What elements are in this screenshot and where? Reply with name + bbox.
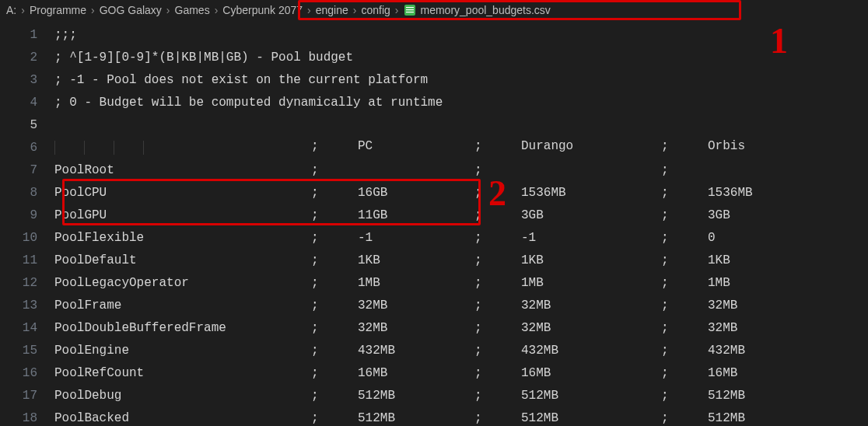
csv-separator: ; [311, 321, 358, 335]
chevron-right-icon: › [166, 4, 170, 16]
csv-data-row[interactable]: PoolDefault;1KB;1KB;1KB [54, 253, 868, 267]
csv-data-row[interactable]: PoolGPU;11GB;3GB;3GB [54, 208, 868, 222]
csv-separator: ; [474, 276, 521, 290]
cell-pc [358, 163, 474, 177]
csv-separator: ; [661, 411, 708, 425]
line-number: 13 [0, 299, 54, 313]
csv-data-row[interactable]: PoolFrame;32MB;32MB;32MB [54, 299, 868, 313]
line-number: 3 [0, 73, 54, 87]
csv-separator: ; [474, 389, 521, 403]
breadcrumb[interactable]: A: › Programme › GOG Galaxy › Games › Cy… [0, 0, 868, 20]
cell-orbis: 32MB [708, 321, 868, 335]
cell-durango: 1MB [521, 276, 661, 290]
cell-pc: -1 [358, 231, 474, 245]
chevron-right-icon: › [353, 4, 357, 16]
breadcrumb-drive[interactable]: A: [6, 4, 16, 16]
csv-data-row[interactable]: PoolRoot;;; [54, 163, 868, 177]
csv-data-row[interactable]: PoolCPU;16GB;1536MB;1536MB [54, 186, 868, 200]
cell-pc: 512MB [358, 411, 474, 425]
pool-name: PoolGPU [54, 208, 311, 222]
cell-durango: 32MB [521, 321, 661, 335]
csv-separator: ; [661, 276, 708, 290]
cell-durango: 1KB [521, 253, 661, 267]
csv-separator: ; [311, 139, 358, 156]
column-header-durango: Durango [521, 139, 661, 156]
cell-orbis: 512MB [708, 389, 868, 403]
breadcrumb-file[interactable]: memory_pool_budgets.csv [421, 4, 551, 16]
line-number: 8 [0, 186, 54, 200]
line-number: 18 [0, 411, 54, 425]
cell-orbis [708, 163, 868, 177]
csv-separator: ; [474, 186, 521, 200]
svg-rect-3 [406, 12, 414, 12]
csv-separator: ; [474, 139, 521, 156]
cell-orbis: 0 [708, 231, 868, 245]
cell-durango: 3GB [521, 208, 661, 222]
csv-data-row[interactable]: PoolLegacyOperator;1MB;1MB;1MB [54, 276, 868, 290]
code-line[interactable]: ;;; [54, 28, 868, 42]
line-number: 11 [0, 253, 54, 267]
csv-data-row[interactable]: PoolDebug;512MB;512MB;512MB [54, 389, 868, 403]
line-number: 7 [0, 163, 54, 177]
code-line[interactable]: ; 0 - Budget will be computed dynamicall… [54, 96, 868, 110]
line-number: 4 [0, 96, 54, 110]
breadcrumb-segment[interactable]: Games [175, 4, 210, 16]
csv-separator: ; [311, 411, 358, 425]
csv-separator: ; [661, 299, 708, 313]
csv-data-row[interactable]: PoolDoubleBufferedFrame;32MB;32MB;32MB [54, 321, 868, 335]
csv-file-icon [404, 4, 416, 16]
csv-separator: ; [311, 253, 358, 267]
line-number: 1 [0, 28, 54, 42]
cell-durango: 32MB [521, 299, 661, 313]
pool-name: PoolFrame [54, 299, 311, 313]
cell-orbis: 32MB [708, 299, 868, 313]
line-number: 14 [0, 321, 54, 335]
pool-name: PoolDebug [54, 389, 311, 403]
code-editor[interactable]: 1;;; 2; ^[1-9][0-9]*(B|KB|MB|GB) - Pool … [0, 20, 868, 426]
cell-orbis: 432MB [708, 344, 868, 358]
cell-durango: 512MB [521, 411, 661, 425]
breadcrumb-segment[interactable]: Programme [30, 4, 86, 16]
csv-separator: ; [474, 366, 521, 380]
cell-orbis: 3GB [708, 208, 868, 222]
pool-name: PoolLegacyOperator [54, 276, 311, 290]
chevron-right-icon: › [91, 4, 95, 16]
line-number: 2 [0, 51, 54, 65]
breadcrumb-segment[interactable]: GOG Galaxy [100, 4, 162, 16]
pool-name: PoolDoubleBufferedFrame [54, 321, 311, 335]
csv-separator: ; [661, 208, 708, 222]
csv-data-row[interactable]: PoolEngine;432MB;432MB;432MB [54, 344, 868, 358]
cell-orbis: 1536MB [708, 186, 868, 200]
column-header-orbis: Orbis [708, 139, 868, 156]
pool-name: PoolBacked [54, 411, 311, 425]
cell-orbis: 1MB [708, 276, 868, 290]
cell-pc: 1MB [358, 276, 474, 290]
pool-name: PoolEngine [54, 344, 311, 358]
csv-separator: ; [474, 321, 521, 335]
code-line[interactable]: ; -1 - Pool does not exist on the curren… [54, 73, 868, 87]
csv-separator: ; [311, 231, 358, 245]
cell-orbis: 16MB [708, 366, 868, 380]
csv-separator: ; [474, 299, 521, 313]
breadcrumb-segment[interactable]: Cyberpunk 2077 [222, 4, 303, 16]
cell-pc: 16GB [358, 186, 474, 200]
csv-separator: ; [311, 344, 358, 358]
csv-data-row[interactable]: PoolFlexible;-1;-1;0 [54, 231, 868, 245]
csv-data-row[interactable]: PoolBacked;512MB;512MB;512MB [54, 411, 868, 425]
csv-separator: ; [474, 344, 521, 358]
csv-separator: ; [661, 253, 708, 267]
pool-name: PoolRoot [54, 163, 311, 177]
breadcrumb-segment[interactable]: engine [316, 4, 348, 16]
cell-durango [521, 163, 661, 177]
code-line[interactable]: ; ^[1-9][0-9]*(B|KB|MB|GB) - Pool budget [54, 51, 868, 65]
csv-header-row[interactable]: ;PC ;Durango ;Orbis [54, 139, 868, 156]
csv-data-row[interactable]: PoolRefCount;16MB;16MB;16MB [54, 366, 868, 380]
cell-pc: 32MB [358, 321, 474, 335]
line-number: 16 [0, 366, 54, 380]
line-number: 17 [0, 389, 54, 403]
svg-rect-2 [406, 9, 414, 10]
csv-separator: ; [661, 231, 708, 245]
line-number: 5 [0, 118, 54, 132]
breadcrumb-segment[interactable]: config [361, 4, 390, 16]
cell-durango: 512MB [521, 389, 661, 403]
